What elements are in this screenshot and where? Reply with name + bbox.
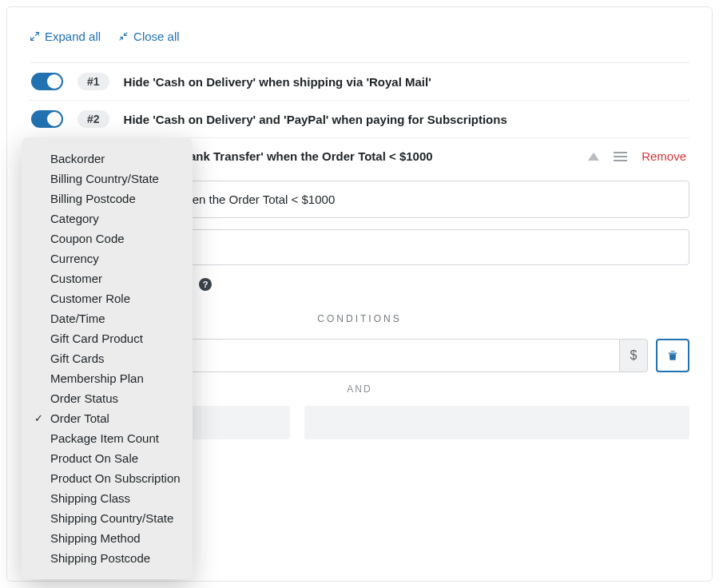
expand-all-label: Expand all — [45, 30, 101, 43]
collapse-rule-button[interactable] — [588, 153, 599, 161]
rule-title: Hide 'Cash on Delivery' when shipping vi… — [124, 75, 431, 89]
dropdown-item[interactable]: Shipping Country/State — [22, 508, 193, 528]
dropdown-item[interactable]: Product On Sale — [22, 448, 193, 468]
check-icon: ✓ — [33, 412, 44, 424]
dropdown-item[interactable]: Billing Country/State — [22, 169, 193, 189]
condition-value-input[interactable] — [151, 339, 619, 372]
rule-number-badge: #1 — [77, 73, 109, 90]
dropdown-item-label: Product On Subscription — [50, 471, 181, 485]
expand-all-button[interactable]: Expand all — [30, 30, 101, 43]
dropdown-item[interactable]: Shipping Method — [22, 528, 193, 548]
drag-handle-icon[interactable] — [614, 152, 627, 161]
dropdown-item[interactable]: ✓Order Total — [22, 408, 193, 428]
dropdown-item[interactable]: Backorder — [22, 149, 193, 169]
dropdown-item[interactable]: Shipping Class — [22, 488, 193, 508]
rule-title: ank Transfer' when the Order Total < $10… — [189, 149, 433, 163]
trash-icon — [667, 349, 678, 362]
dropdown-item-label: Backorder — [50, 152, 105, 165]
dropdown-item[interactable]: Gift Cards — [22, 348, 193, 368]
dropdown-item[interactable]: Customer Role — [22, 288, 193, 308]
dropdown-item-label: Coupon Code — [50, 232, 125, 245]
dropdown-item-label: Shipping Class — [50, 491, 130, 505]
condition-unit: $ — [619, 339, 648, 372]
close-all-label: Close all — [133, 30, 180, 43]
dropdown-item[interactable]: Product On Subscription — [22, 468, 193, 488]
collapse-icon — [118, 31, 129, 42]
dropdown-item[interactable]: Package Item Count — [22, 428, 193, 448]
rule-toggle[interactable] — [31, 110, 63, 128]
close-all-button[interactable]: Close all — [118, 30, 180, 43]
expand-icon — [30, 31, 40, 42]
dropdown-item[interactable]: Customer — [22, 268, 193, 288]
dropdown-item-label: Package Item Count — [50, 431, 159, 445]
help-icon[interactable]: ? — [199, 278, 212, 291]
rule-row[interactable]: #1 Hide 'Cash on Delivery' when shipping… — [30, 62, 689, 100]
dropdown-item-label: Product On Sale — [50, 451, 138, 465]
dropdown-item-label: Membership Plan — [50, 371, 144, 385]
rule-toggle[interactable] — [31, 73, 63, 90]
dropdown-item-label: Billing Country/State — [50, 172, 159, 185]
delete-condition-button[interactable] — [656, 339, 689, 372]
dropdown-item[interactable]: Shipping Postcode — [22, 548, 193, 568]
dropdown-item[interactable]: Currency — [22, 248, 193, 268]
dropdown-item[interactable]: Gift Card Product — [22, 328, 193, 348]
condition-type-dropdown[interactable]: BackorderBilling Country/StateBilling Po… — [22, 137, 193, 579]
dropdown-item-label: Category — [50, 212, 99, 225]
dropdown-item[interactable]: Coupon Code — [22, 228, 193, 248]
dropdown-item-label: Billing Postcode — [50, 192, 136, 205]
dropdown-item-label: Date/Time — [50, 312, 105, 325]
dropdown-item-label: Shipping Method — [50, 531, 141, 545]
rule-row[interactable]: #2 Hide 'Cash on Delivery' and 'PayPal' … — [30, 100, 689, 137]
rule-number-badge: #2 — [77, 110, 109, 128]
remove-rule-button[interactable]: Remove — [642, 149, 686, 163]
dropdown-item[interactable]: Date/Time — [22, 308, 193, 328]
dropdown-item[interactable]: Category — [22, 209, 193, 228]
rule-title: Hide 'Cash on Delivery' and 'PayPal' whe… — [124, 113, 507, 126]
dropdown-item-label: Gift Cards — [50, 352, 105, 365]
dropdown-item-label: Customer — [50, 272, 102, 285]
dropdown-item-label: Gift Card Product — [50, 332, 143, 345]
dropdown-item-label: Currency — [50, 252, 99, 265]
dropdown-item-label: Shipping Country/State — [50, 511, 173, 525]
dropdown-item[interactable]: Membership Plan — [22, 368, 193, 388]
dropdown-item[interactable]: Billing Postcode — [22, 189, 193, 209]
dropdown-item-label: Order Status — [50, 391, 118, 405]
add-condition-placeholder[interactable] — [304, 406, 689, 439]
dropdown-item[interactable]: Order Status — [22, 388, 193, 408]
dropdown-item-label: Order Total — [50, 411, 109, 425]
dropdown-item-label: Shipping Postcode — [50, 551, 150, 565]
dropdown-item-label: Customer Role — [50, 292, 130, 305]
